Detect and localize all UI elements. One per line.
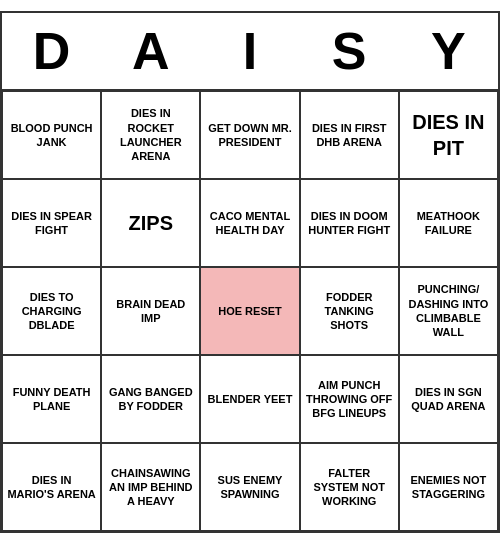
bingo-cell-21[interactable]: CHAINSAWING AN IMP BEHIND A HEAVY bbox=[101, 443, 200, 531]
bingo-cell-13[interactable]: FODDER TANKING SHOTS bbox=[300, 267, 399, 355]
bingo-card: D A I S Y BLOOD PUNCH JANKDIES IN ROCKET… bbox=[0, 11, 500, 533]
bingo-cell-17[interactable]: BLENDER YEET bbox=[200, 355, 299, 443]
bingo-cell-24[interactable]: ENEMIES NOT STAGGERING bbox=[399, 443, 498, 531]
bingo-cell-4[interactable]: DIES IN PIT bbox=[399, 91, 498, 179]
bingo-cell-12[interactable]: HOE RESET bbox=[200, 267, 299, 355]
bingo-cell-23[interactable]: FALTER SYSTEM NOT WORKING bbox=[300, 443, 399, 531]
bingo-cell-10[interactable]: DIES TO CHARGING DBLADE bbox=[2, 267, 101, 355]
bingo-title: D A I S Y bbox=[2, 13, 498, 91]
bingo-cell-16[interactable]: GANG BANGED BY FODDER bbox=[101, 355, 200, 443]
title-letter-i: I bbox=[200, 21, 299, 81]
title-letter-d: D bbox=[2, 21, 101, 81]
bingo-cell-0[interactable]: BLOOD PUNCH JANK bbox=[2, 91, 101, 179]
title-letter-y: Y bbox=[399, 21, 498, 81]
bingo-cell-15[interactable]: FUNNY DEATH PLANE bbox=[2, 355, 101, 443]
bingo-cell-18[interactable]: AIM PUNCH THROWING OFF BFG LINEUPS bbox=[300, 355, 399, 443]
title-letter-a: A bbox=[101, 21, 200, 81]
bingo-cell-22[interactable]: SUS ENEMY SPAWNING bbox=[200, 443, 299, 531]
bingo-cell-8[interactable]: DIES IN DOOM HUNTER FIGHT bbox=[300, 179, 399, 267]
bingo-cell-19[interactable]: DIES IN SGN QUAD ARENA bbox=[399, 355, 498, 443]
bingo-cell-6[interactable]: ZIPS bbox=[101, 179, 200, 267]
bingo-cell-14[interactable]: PUNCHING/ DASHING INTO CLIMBABLE WALL bbox=[399, 267, 498, 355]
bingo-cell-20[interactable]: DIES IN MARIO'S ARENA bbox=[2, 443, 101, 531]
bingo-cell-7[interactable]: CACO MENTAL HEALTH DAY bbox=[200, 179, 299, 267]
title-letter-s: S bbox=[300, 21, 399, 81]
bingo-cell-5[interactable]: DIES IN SPEAR FIGHT bbox=[2, 179, 101, 267]
bingo-grid: BLOOD PUNCH JANKDIES IN ROCKET LAUNCHER … bbox=[2, 91, 498, 531]
bingo-cell-11[interactable]: BRAIN DEAD IMP bbox=[101, 267, 200, 355]
bingo-cell-3[interactable]: DIES IN FIRST DHB ARENA bbox=[300, 91, 399, 179]
bingo-cell-1[interactable]: DIES IN ROCKET LAUNCHER ARENA bbox=[101, 91, 200, 179]
bingo-cell-9[interactable]: MEATHOOK FAILURE bbox=[399, 179, 498, 267]
bingo-cell-2[interactable]: GET DOWN MR. PRESIDENT bbox=[200, 91, 299, 179]
